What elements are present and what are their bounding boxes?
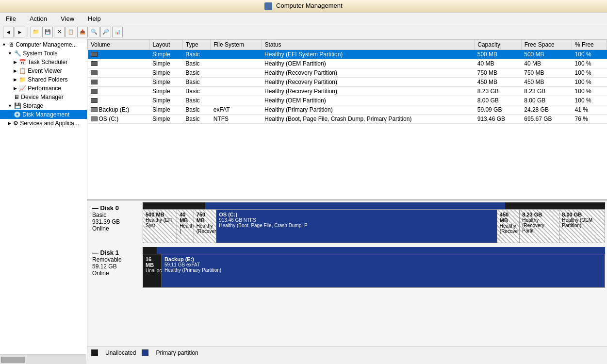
toolbar: ◄ ► 📁 💾 ✕ 📋 📤 🔍 🔎 📊 [0, 25, 607, 39]
sidebar: ▼ 🖥 Computer Manageme... ▼ 🔧 System Tool… [0, 39, 87, 360]
menu-item-help[interactable]: Help [85, 14, 104, 23]
cell-status: Healthy (Boot, Page File, Crash Dump, Pr… [262, 114, 475, 123]
volume-table-container: Volume Layout Type File System Status Ca… [87, 39, 607, 200]
cell-layout: Simple [149, 86, 182, 96]
cell-fs: exFAT [211, 105, 262, 114]
menu-item-action[interactable]: Action [27, 14, 50, 23]
cell-layout: Simple [149, 105, 182, 114]
col-pctfree[interactable]: % Free [572, 39, 607, 50]
sidebar-scrollbar[interactable] [0, 354, 86, 364]
cell-type: Basic [182, 96, 211, 105]
cell-capacity: 59.09 GB [475, 105, 521, 114]
cell-capacity: 40 MB [475, 59, 521, 68]
content-area: Volume Layout Type File System Status Ca… [87, 39, 607, 360]
expand-icon: ▼ [2, 42, 6, 47]
cell-pct: 100 % [572, 77, 607, 86]
table-row[interactable]: Simple Basic Healthy (EFI System Partiti… [88, 50, 607, 59]
copy-button[interactable]: 📋 [66, 27, 76, 37]
cell-type: Basic [182, 114, 211, 123]
sidebar-item-task-scheduler[interactable]: ▶ 📅 Task Scheduler [0, 58, 87, 66]
cell-capacity: 450 MB [475, 77, 521, 86]
disk0-seg-efi[interactable]: 500 MB Healthy (EFI Syst [143, 210, 177, 243]
scrollbar-thumb[interactable] [1, 357, 25, 363]
cell-pct: 100 % [572, 68, 607, 77]
zoom-button[interactable]: 🔎 [100, 27, 111, 37]
disk1-seg-backup[interactable]: Backup (E:) 59.11 GB exFAT Healthy (Prim… [162, 254, 605, 287]
find-button[interactable]: 🔍 [89, 27, 99, 37]
sidebar-item-shared-folders[interactable]: ▶ 📁 Shared Folders [0, 75, 87, 84]
open-button[interactable]: 📁 [31, 27, 41, 37]
expand-icon: ▶ [14, 68, 17, 73]
volume-table: Volume Layout Type File System Status Ca… [87, 39, 607, 124]
cell-fs: NTFS [211, 114, 262, 123]
cell-free: 24.28 GB [521, 105, 572, 114]
sidebar-item-disk-management[interactable]: 💿 Disk Management [0, 110, 87, 119]
disk0-map: — Disk 0 Basic 931.39 GB Online [89, 202, 605, 243]
cell-status: Healthy (OEM Partition) [262, 96, 475, 105]
legend-unallocated-box [91, 349, 98, 356]
col-volume[interactable]: Volume [88, 39, 150, 50]
disk0-seg-oem2[interactable]: 8.00 GB Healthy (OEM Partition) [559, 210, 605, 243]
disk0-seg-os[interactable]: OS (C:) 913.46 GB NTFS Healthy (Boot, Pa… [216, 210, 497, 243]
col-type[interactable]: Type [182, 39, 211, 50]
col-capacity[interactable]: Capacity [475, 39, 521, 50]
item-label: ⚙ Services and Applica... [13, 120, 79, 127]
item-label: 📁 Shared Folders [19, 76, 67, 83]
expand-icon: ▶ [8, 121, 11, 126]
disk0-seg-recovery3[interactable]: 8.23 GB Healthy (Recovery Partiti [520, 210, 559, 243]
cell-volume [88, 86, 150, 96]
disk0-seg-recovery2[interactable]: 450 MB Healthy (Recove [497, 210, 520, 243]
disk1-size: 59.12 GB [92, 263, 117, 270]
sidebar-item-device-manager[interactable]: 🖥 Device Manager [0, 93, 87, 101]
disk0-seg-recovery1[interactable]: 750 MB Healthy (Recovery [194, 210, 216, 243]
cell-capacity: 8.00 GB [475, 96, 521, 105]
menu-item-view[interactable]: View [58, 14, 77, 23]
main-area: ▼ 🖥 Computer Manageme... ▼ 🔧 System Tool… [0, 39, 607, 360]
table-row[interactable]: OS (C:) Simple Basic NTFS Healthy (Boot,… [88, 114, 607, 123]
table-row[interactable]: Simple Basic Healthy (Recovery Partition… [88, 77, 607, 86]
col-layout[interactable]: Layout [149, 39, 182, 50]
save-button[interactable]: 💾 [42, 27, 53, 37]
expand-icon: ▼ [8, 51, 12, 56]
back-button[interactable]: ◄ [3, 27, 14, 37]
sidebar-root[interactable]: ▼ 🖥 Computer Manageme... [0, 40, 87, 49]
expand-icon: ▶ [14, 60, 17, 65]
cell-pct: 100 % [572, 59, 607, 68]
table-row[interactable]: Simple Basic Healthy (Recovery Partition… [88, 68, 607, 77]
export-button[interactable]: 📤 [77, 27, 88, 37]
disk1-status: Online [92, 270, 109, 277]
cell-layout: Simple [149, 77, 182, 86]
delete-button[interactable]: ✕ [54, 27, 65, 37]
cell-pct: 100 % [572, 86, 607, 96]
table-row[interactable]: Simple Basic Healthy (OEM Partition) 40 … [88, 59, 607, 68]
cell-status: Healthy (Recovery Partition) [262, 77, 475, 86]
expand-icon: ▼ [8, 103, 12, 108]
disk1-seg-unalloc[interactable]: 16 MB Unallocated [143, 254, 162, 287]
cell-layout: Simple [149, 50, 182, 59]
cell-free: 695.67 GB [521, 114, 572, 123]
forward-button[interactable]: ► [15, 27, 25, 37]
cell-fs [211, 59, 262, 68]
disk0-label: — Disk 0 Basic 931.39 GB Online [89, 202, 143, 243]
table-row[interactable]: Simple Basic Healthy (OEM Partition) 8.0… [88, 96, 607, 105]
expand-icon: ▶ [14, 86, 17, 91]
sidebar-item-system-tools[interactable]: ▼ 🔧 System Tools [0, 49, 87, 58]
table-row[interactable]: Simple Basic Healthy (Recovery Partition… [88, 86, 607, 96]
chart-button[interactable]: 📊 [112, 27, 123, 37]
col-status[interactable]: Status [262, 39, 475, 50]
sidebar-item-storage[interactable]: ▼ 💾 Storage [0, 101, 87, 110]
disk0-seg-oem1[interactable]: 40 MB Healthy ( [177, 210, 194, 243]
col-freespace[interactable]: Free Space [521, 39, 572, 50]
col-filesystem[interactable]: File System [211, 39, 262, 50]
cell-layout: Simple [149, 114, 182, 123]
table-row[interactable]: Backup (E:) Simple Basic exFAT Healthy (… [88, 105, 607, 114]
item-label: 💿 Disk Management [14, 111, 69, 118]
legend-primary-label: Primary partition [156, 349, 198, 356]
menu-item-file[interactable]: File [3, 14, 19, 23]
sidebar-item-performance[interactable]: ▶ 📈 Performance [0, 84, 87, 93]
sidebar-item-event-viewer[interactable]: ▶ 📋 Event Viewer [0, 66, 87, 75]
cell-free: 8.00 GB [521, 96, 572, 105]
cell-volume: Backup (E:) [88, 105, 150, 114]
cell-type: Basic [182, 105, 211, 114]
sidebar-item-services[interactable]: ▶ ⚙ Services and Applica... [0, 119, 87, 128]
